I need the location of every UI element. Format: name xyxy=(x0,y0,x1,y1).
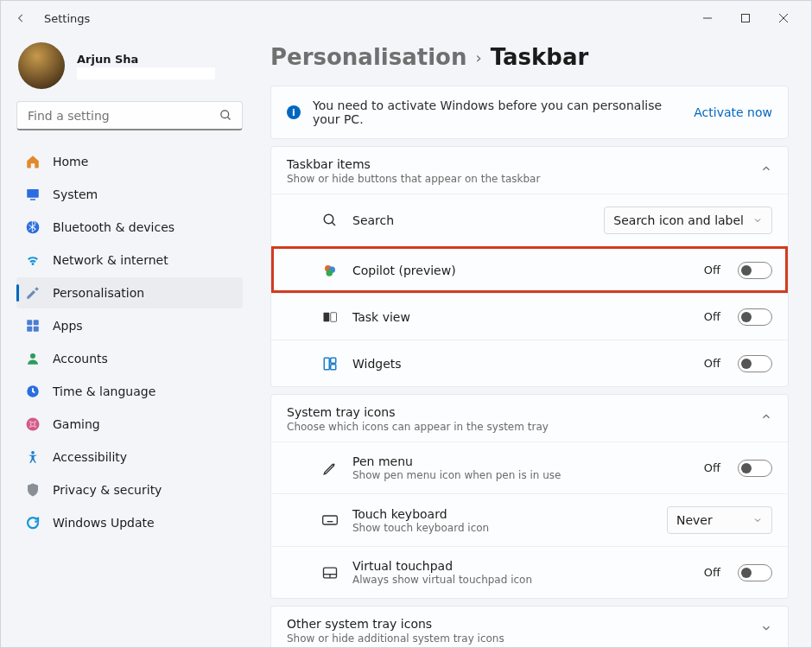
keyboard-icon xyxy=(321,511,339,529)
pen-menu-toggle[interactable] xyxy=(738,460,772,477)
row-virtual-touchpad: Virtual touchpad Always show virtual tou… xyxy=(271,546,788,598)
row-pen-menu: Pen menu Show pen menu icon when pen is … xyxy=(271,442,788,493)
sidebar-item-system[interactable]: System xyxy=(16,179,243,210)
section-header-system-tray[interactable]: System tray icons Choose which icons can… xyxy=(271,395,788,442)
toggle-state: Off xyxy=(704,264,720,276)
widgets-toggle[interactable] xyxy=(738,355,772,372)
row-label: Widgets xyxy=(352,357,690,371)
search-icon xyxy=(219,109,232,122)
toggle-state: Off xyxy=(704,310,720,323)
section-title: Taskbar items xyxy=(287,157,760,171)
svg-point-15 xyxy=(27,418,40,431)
chevron-up-icon xyxy=(760,405,772,422)
row-label: Pen menu xyxy=(352,454,690,468)
nav-label: Accounts xyxy=(53,352,108,365)
maximize-button[interactable] xyxy=(726,1,764,35)
virtual-touchpad-toggle[interactable] xyxy=(738,564,772,581)
sidebar-item-personalisation[interactable]: Personalisation xyxy=(16,277,243,308)
svg-rect-6 xyxy=(27,189,39,198)
sidebar-item-accounts[interactable]: Accounts xyxy=(16,343,243,374)
clock-icon xyxy=(25,384,41,399)
row-label: Task view xyxy=(352,310,690,324)
nav-label: Accessibility xyxy=(53,450,127,464)
nav-label: Gaming xyxy=(53,417,100,431)
widgets-icon xyxy=(321,356,339,372)
dropdown-value: Search icon and label xyxy=(613,213,744,227)
row-widgets: Widgets Off xyxy=(271,340,788,386)
touch-keyboard-dropdown[interactable]: Never xyxy=(667,506,772,534)
accessibility-icon xyxy=(25,449,41,465)
row-sublabel: Show touch keyboard icon xyxy=(352,522,653,534)
search-box[interactable] xyxy=(16,101,243,130)
chevron-down-icon xyxy=(752,215,763,226)
sidebar-item-time[interactable]: Time & language xyxy=(16,376,243,407)
gaming-icon xyxy=(25,416,41,432)
window-title: Settings xyxy=(44,12,90,25)
back-arrow-icon[interactable] xyxy=(15,12,32,24)
svg-rect-7 xyxy=(30,199,35,200)
section-subtitle: Show or hide buttons that appear on the … xyxy=(287,173,760,185)
page-title: Taskbar xyxy=(491,44,589,70)
row-label: Copilot (preview) xyxy=(352,264,690,277)
nav-label: Windows Update xyxy=(53,516,155,530)
settings-window: Settings Arjun Sha Home Syste xyxy=(0,0,812,648)
toggle-state: Off xyxy=(704,566,720,579)
row-sublabel: Show pen menu icon when pen is in use xyxy=(352,469,690,481)
nav-label: Time & language xyxy=(53,384,155,398)
svg-rect-26 xyxy=(331,364,336,369)
svg-rect-25 xyxy=(331,358,336,363)
section-header-taskbar-items[interactable]: Taskbar items Show or hide buttons that … xyxy=(271,147,788,194)
search-mode-dropdown[interactable]: Search icon and label xyxy=(604,206,772,234)
svg-rect-9 xyxy=(27,320,32,325)
main-content: Personalisation › Taskbar i You need to … xyxy=(251,35,811,647)
sidebar-item-accessibility[interactable]: Accessibility xyxy=(16,442,243,473)
section-subtitle: Choose which icons can appear in the sys… xyxy=(287,421,760,433)
row-sublabel: Always show virtual touchpad icon xyxy=(352,574,690,586)
user-profile[interactable]: Arjun Sha xyxy=(16,42,243,89)
row-label: Touch keyboard xyxy=(352,507,653,521)
breadcrumb: Personalisation › Taskbar xyxy=(270,44,789,70)
sidebar-item-home[interactable]: Home xyxy=(16,146,243,177)
toggle-state: Off xyxy=(704,357,720,370)
svg-point-21 xyxy=(327,270,333,276)
row-search: Search Search icon and label xyxy=(271,194,788,246)
chevron-down-icon xyxy=(760,617,772,634)
minimize-button[interactable] xyxy=(688,1,726,35)
svg-rect-22 xyxy=(324,312,330,321)
sidebar-item-network[interactable]: Network & internet xyxy=(16,245,243,276)
sidebar-item-update[interactable]: Windows Update xyxy=(16,507,243,538)
svg-point-16 xyxy=(31,451,35,454)
copilot-toggle[interactable] xyxy=(738,262,772,279)
nav-label: Privacy & security xyxy=(53,483,162,497)
section-subtitle: Show or hide additional system tray icon… xyxy=(287,632,760,645)
svg-rect-12 xyxy=(34,327,39,332)
nav-list: Home System Bluetooth & devices Network … xyxy=(16,146,243,538)
search-input[interactable] xyxy=(16,101,243,130)
close-button[interactable] xyxy=(764,1,802,35)
sidebar-item-apps[interactable]: Apps xyxy=(16,310,243,341)
section-taskbar-items: Taskbar items Show or hide buttons that … xyxy=(270,146,789,387)
svg-point-13 xyxy=(30,353,35,359)
svg-line-5 xyxy=(227,117,230,119)
user-sub xyxy=(77,67,215,79)
nav-label: Personalisation xyxy=(53,286,144,300)
sidebar-item-gaming[interactable]: Gaming xyxy=(16,409,243,440)
svg-rect-23 xyxy=(331,312,337,321)
svg-rect-1 xyxy=(742,15,750,22)
nav-label: System xyxy=(53,187,98,201)
sidebar-item-privacy[interactable]: Privacy & security xyxy=(16,474,243,505)
nav-label: Home xyxy=(53,155,88,168)
home-icon xyxy=(25,154,41,169)
svg-rect-24 xyxy=(324,358,329,370)
taskview-toggle[interactable] xyxy=(738,308,772,326)
paint-icon xyxy=(25,285,41,301)
breadcrumb-parent[interactable]: Personalisation xyxy=(270,44,466,70)
activation-banner: i You need to activate Windows before yo… xyxy=(270,86,789,139)
activate-now-link[interactable]: Activate now xyxy=(694,105,772,119)
section-title: System tray icons xyxy=(287,405,760,419)
row-copilot: Copilot (preview) Off xyxy=(271,246,788,293)
sidebar-item-bluetooth[interactable]: Bluetooth & devices xyxy=(16,212,243,243)
avatar xyxy=(18,42,65,89)
dropdown-value: Never xyxy=(676,513,713,527)
section-other-tray[interactable]: Other system tray icons Show or hide add… xyxy=(270,606,789,647)
